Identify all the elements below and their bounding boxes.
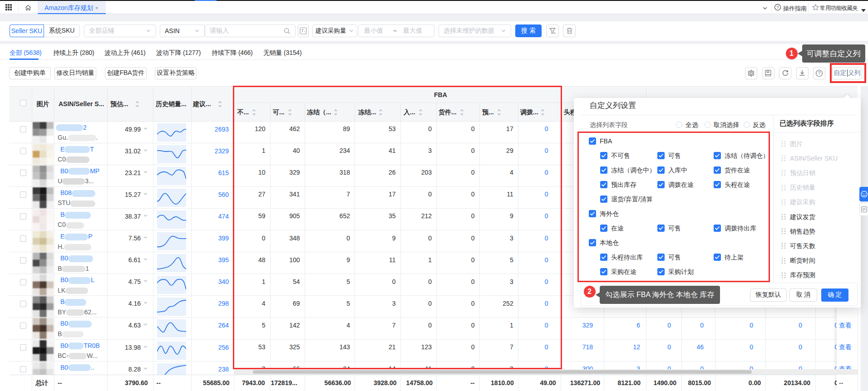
svg-text:?: ? — [818, 71, 821, 76]
svg-text:?: ? — [776, 5, 779, 10]
